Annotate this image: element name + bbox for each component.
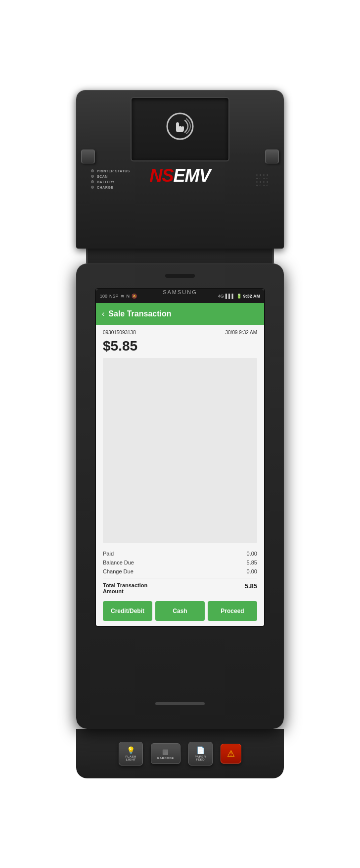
status-bar-right: 4G ▌▌▌ 🔋 9:32 AM	[218, 294, 260, 299]
status-row-charge: CHARGE	[91, 186, 130, 189]
status-icon-100: 100	[100, 294, 107, 299]
speaker-hole	[267, 178, 268, 179]
total-label: Total TransactionAmount	[103, 582, 232, 594]
status-time: 9:32 AM	[243, 294, 260, 299]
phone-notch	[165, 274, 195, 278]
samsung-label: SAMSUNG	[163, 289, 197, 295]
status-row-printer: PRINTER STATUS	[91, 169, 130, 173]
speaker-hole	[260, 174, 261, 176]
transaction-datetime: 30/09 9:32 AM	[225, 330, 258, 335]
back-button[interactable]: ‹	[102, 309, 104, 318]
speaker-hole	[263, 174, 265, 176]
bottom-dock: 💡 FLASHLIGHT ▦ BARCODE 📄 PAPERFEED ⚠	[76, 729, 284, 778]
status-row-scan: SCAN	[91, 175, 130, 178]
speaker-holes	[256, 174, 269, 187]
speaker-hole	[267, 181, 268, 183]
amount-detail-area	[103, 358, 257, 543]
transaction-id-row: 093015093138 30/09 9:32 AM	[103, 330, 257, 335]
summary-divider	[103, 578, 257, 578]
cash-button[interactable]: Cash	[155, 601, 205, 621]
status-label-battery: BATTERY	[97, 180, 115, 184]
phone-top-bar	[76, 263, 284, 283]
credit-debit-button[interactable]: Credit/Debit	[103, 601, 152, 621]
wifi-icon: ≋	[121, 294, 125, 299]
speaker-hole	[263, 185, 265, 186]
paper-feed-button[interactable]: 📄 PAPERFEED	[188, 742, 213, 766]
paper-feed-icon: 📄	[196, 746, 205, 754]
signal-icon: ▌▌▌	[225, 294, 235, 299]
device-wrapper: PRINTER STATUS SCAN BATTERY CHARGE	[0, 0, 360, 868]
total-value: 5.85	[232, 582, 257, 590]
side-btn-right[interactable]	[265, 150, 279, 163]
status-dot-printer	[91, 169, 94, 172]
status-row-battery: BATTERY	[91, 180, 130, 184]
emv-brand: NSEMV	[149, 165, 210, 186]
status-bar-left: 100 NSP ≋ N 🔕	[100, 294, 137, 299]
status-dot-scan	[91, 175, 94, 178]
status-label-scan: SCAN	[97, 175, 108, 178]
balance-label: Balance Due	[103, 560, 232, 565]
summary-row-paid: Paid 0.00	[103, 549, 257, 558]
device-connector	[86, 249, 274, 263]
phone-body: SAMSUNG 100 NSP ≋ N 🔕 4G ▌▌▌ 🔋 9:32 AM	[76, 263, 284, 729]
speaker-hole	[260, 178, 261, 179]
flashlight-button[interactable]: 💡 FLASHLIGHT	[119, 742, 143, 766]
phone-screen: 100 NSP ≋ N 🔕 4G ▌▌▌ 🔋 9:32 AM ‹ Sale Tr…	[96, 289, 264, 626]
transaction-content: 093015093138 30/09 9:32 AM $5.85 Paid 0.…	[96, 325, 264, 626]
status-label-charge: CHARGE	[97, 186, 113, 189]
change-label: Change Due	[103, 568, 232, 574]
phone-bottom	[76, 626, 284, 715]
brand-ns: NS	[149, 165, 173, 186]
battery-icon: 🔋	[236, 294, 242, 299]
paid-value: 0.00	[232, 551, 257, 557]
emv-side-buttons	[76, 150, 284, 163]
speaker-hole	[256, 174, 258, 176]
speaker-hole	[256, 185, 258, 186]
speaker-hole	[260, 181, 261, 183]
status-icon-nsp: NSP	[109, 294, 119, 299]
warning-icon: ⚠	[227, 748, 235, 759]
flashlight-icon: 💡	[127, 746, 135, 754]
proceed-button[interactable]: Proceed	[208, 601, 257, 621]
nfc-icon: N	[127, 294, 130, 299]
network-icon: 4G	[218, 294, 224, 299]
barcode-label: BARCODE	[157, 757, 174, 760]
contactless-icon	[165, 111, 195, 147]
summary-row-balance: Balance Due 5.85	[103, 558, 257, 567]
mute-icon: 🔕	[132, 294, 137, 299]
status-dot-charge	[91, 186, 94, 189]
flashlight-label: FLASHLIGHT	[125, 755, 136, 761]
status-labels: PRINTER STATUS SCAN BATTERY CHARGE	[91, 169, 130, 189]
speaker-hole	[267, 185, 268, 186]
status-label-printer: PRINTER STATUS	[97, 169, 130, 173]
paid-label: Paid	[103, 551, 232, 557]
home-indicator[interactable]	[155, 702, 205, 705]
header-title: Sale Transaction	[108, 309, 171, 318]
speaker-hole	[256, 178, 258, 179]
action-buttons: Credit/Debit Cash Proceed	[103, 598, 257, 621]
status-dot-battery	[91, 180, 94, 183]
total-row: Total TransactionAmount 5.85	[103, 580, 257, 596]
summary-row-change: Change Due 0.00	[103, 567, 257, 576]
barcode-button[interactable]: ▦ BARCODE	[151, 743, 180, 764]
summary-rows: Paid 0.00 Balance Due 5.85 Change Due 0.…	[103, 547, 257, 598]
speaker-hole	[260, 185, 261, 186]
change-value: 0.00	[232, 568, 257, 574]
speaker-hole	[256, 181, 258, 183]
brand-emv: EMV	[174, 165, 211, 186]
paper-feed-label: PAPERFEED	[195, 755, 206, 761]
speaker-hole	[263, 178, 265, 179]
emv-reader: PRINTER STATUS SCAN BATTERY CHARGE	[76, 90, 284, 249]
balance-value: 5.85	[232, 560, 257, 565]
app-header: ‹ Sale Transaction	[96, 303, 264, 325]
warning-button[interactable]: ⚠	[221, 744, 241, 764]
speaker-hole	[267, 174, 268, 176]
speaker-hole	[263, 181, 265, 183]
barcode-icon: ▦	[162, 748, 169, 756]
transaction-id: 093015093138	[103, 330, 136, 335]
side-btn-left[interactable]	[81, 150, 95, 163]
transaction-amount: $5.85	[103, 338, 257, 354]
